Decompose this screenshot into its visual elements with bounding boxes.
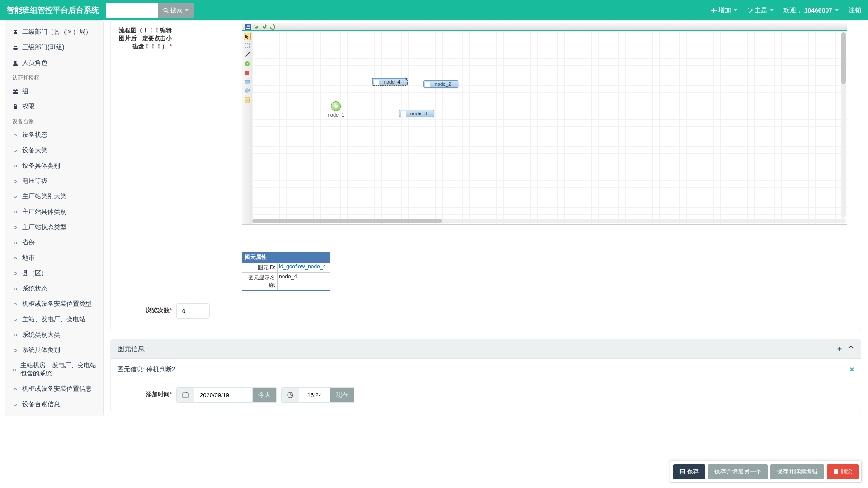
theme-menu-label: 主题: [755, 6, 767, 14]
chevron-down-icon: [835, 9, 839, 11]
chevron-down-icon: [185, 9, 189, 11]
svg-point-5: [748, 8, 749, 9]
welcome-prefix: 欢迎，: [783, 6, 802, 14]
svg-point-6: [751, 9, 752, 10]
app-brand[interactable]: 智能班组管控平台后台系统: [7, 5, 99, 15]
chevron-down-icon: [770, 9, 774, 11]
search-icon: [163, 8, 169, 13]
search-button[interactable]: 搜索: [158, 3, 194, 18]
magic-icon: [747, 8, 753, 13]
svg-rect-4: [749, 9, 753, 13]
svg-line-1: [167, 11, 168, 12]
add-menu[interactable]: 增加: [711, 6, 737, 14]
svg-rect-3: [711, 10, 717, 11]
welcome-user[interactable]: 欢迎， 10466007: [783, 6, 839, 14]
chevron-down-icon: [734, 9, 737, 11]
add-menu-label: 增加: [718, 6, 731, 14]
search-button-label: 搜索: [170, 6, 182, 14]
plus-icon: [711, 8, 717, 13]
logout-link[interactable]: 注销: [849, 6, 861, 14]
search-input[interactable]: [106, 3, 158, 18]
theme-menu[interactable]: 主题: [747, 6, 774, 14]
username-label: 10466007: [804, 7, 832, 14]
svg-point-0: [164, 8, 167, 12]
